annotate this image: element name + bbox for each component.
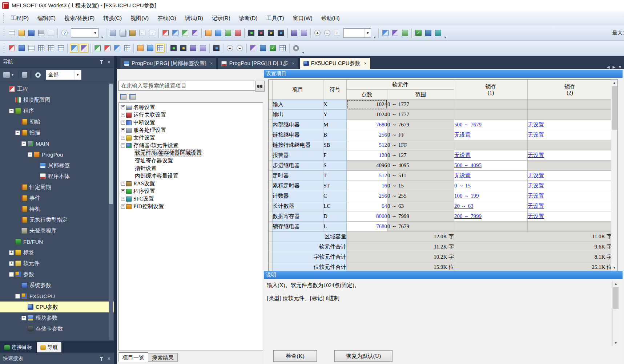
save-project-button-icon[interactable] <box>27 28 36 37</box>
tree-expand-icon[interactable]: − <box>28 152 32 157</box>
debug-start-button-icon[interactable] <box>189 44 198 53</box>
menu-item-1[interactable]: 编辑(E) <box>33 13 60 24</box>
description-scrollbar-thumb[interactable] <box>613 287 619 309</box>
latch2-cell[interactable]: 无设置 <box>528 171 612 181</box>
check-parameter-button-icon[interactable] <box>258 44 267 53</box>
watch-window-button-icon[interactable] <box>276 28 285 37</box>
menu-item-10[interactable]: 窗口(W) <box>289 13 317 24</box>
comment-display-button-icon[interactable] <box>391 28 400 37</box>
module-config-button-icon[interactable] <box>17 44 26 53</box>
device-points-cell[interactable]: 128 <box>347 150 387 161</box>
tab-list-icon[interactable]: ▼ <box>618 65 622 69</box>
device-points-cell[interactable]: 1024 <box>347 110 387 120</box>
setting-tree-item-6[interactable]: 软元件/标签存储器区域设置 <box>119 149 263 157</box>
nav-close-button[interactable]: × <box>106 59 111 65</box>
device-comment-button-icon[interactable] <box>161 28 170 37</box>
tab-close-icon[interactable]: × <box>364 61 367 66</box>
toolbar-overflow-icon[interactable]: ▾ <box>373 35 377 40</box>
menu-item-0[interactable]: 工程(P) <box>6 13 33 24</box>
device-points-cell[interactable]: 512 <box>347 140 387 150</box>
menu-item-5[interactable]: 在线(O) <box>153 13 181 24</box>
latch2-cell[interactable]: 无设置 <box>528 181 612 191</box>
setting-tree-item-7[interactable]: 变址寄存器设置 <box>119 157 263 165</box>
setting-tree-item-13[interactable]: +PID控制设置 <box>119 203 263 210</box>
setting-tree-item-10[interactable]: +RAS设置 <box>119 180 263 187</box>
setting-tree-item-5[interactable]: −存储器/软元件设置 <box>119 142 263 149</box>
plc-diagnostics-button-icon[interactable] <box>233 28 242 37</box>
latch1-cell[interactable]: 100 ～ 199 <box>454 191 528 201</box>
monitor-start-button-icon[interactable] <box>247 28 256 37</box>
nav-tree-item-恒定周期[interactable]: 恒定周期 <box>0 182 114 193</box>
write-to-plc-button-icon[interactable] <box>204 28 213 37</box>
tree-expand-icon[interactable]: + <box>121 136 125 140</box>
document-tab-0[interactable]: ProgPou [PRG] [局部标签设置]× <box>120 57 217 69</box>
menu-item-4[interactable]: 视图(V) <box>126 13 153 24</box>
watch-start-button-icon[interactable] <box>169 44 178 53</box>
nav-tree-item-MAIN[interactable]: −MAIN <box>0 138 114 149</box>
tree-expand-icon[interactable]: + <box>21 316 26 320</box>
nav-tree-item-软元件[interactable]: +软元件 <box>0 258 114 269</box>
panel-tab-connection[interactable]: 连接目标 <box>1 342 36 352</box>
cross-reference-button-icon[interactable] <box>400 28 410 37</box>
element-list-button-icon[interactable] <box>156 44 165 53</box>
find-replace-button-icon[interactable] <box>70 44 79 53</box>
statement-display-button-icon[interactable] <box>171 28 180 37</box>
latch1-cell[interactable]: 0 ～ 15 <box>454 181 528 191</box>
tree-expand-icon[interactable]: + <box>121 197 125 201</box>
zoom-combo[interactable]: ▼ <box>343 28 371 38</box>
tree-expand-icon[interactable]: + <box>121 189 125 193</box>
latch2-cell[interactable]: 无设置 <box>528 130 612 140</box>
device-search-button-icon[interactable]: + <box>225 44 234 53</box>
menu-item-3[interactable]: 转换(C) <box>99 13 126 24</box>
print-preview-button-icon[interactable] <box>47 28 56 37</box>
nav-tree-item-初始[interactable]: 初始 <box>0 116 114 127</box>
monitor-window-button-icon[interactable] <box>212 44 221 53</box>
tree-expand-icon[interactable]: + <box>121 113 125 117</box>
latch1-cell[interactable]: 500 ～ 7679 <box>454 120 528 130</box>
document-tab-2[interactable]: FX5UCPU CPU参数× <box>299 57 371 69</box>
online-write-button-icon[interactable] <box>136 44 145 53</box>
nav-tree-item-无执行类型指定[interactable]: 无执行类型指定 <box>0 214 114 225</box>
setting-tree-item-0[interactable]: +名称设置 <box>119 104 263 111</box>
setting-tree-item-9[interactable]: 内部缓冲容量设置 <box>119 172 263 180</box>
restore-default-button[interactable]: 恢复为默认(U) <box>334 350 392 362</box>
device-points-cell[interactable]: 64 <box>347 201 387 211</box>
open-project-button-icon[interactable] <box>17 28 26 37</box>
cut-button-icon[interactable] <box>108 28 117 37</box>
search-find-button[interactable] <box>255 81 265 92</box>
zoom-in-button-icon[interactable]: + <box>313 28 322 37</box>
device-batch-button-icon[interactable]: − <box>235 44 244 53</box>
tree-expand-icon[interactable]: − <box>15 130 20 135</box>
document-tab-1[interactable]: ProgPou [PRG] [LD] 1步× <box>217 57 298 69</box>
latch1-cell[interactable]: 200 ～ 7999 <box>454 211 528 222</box>
menu-item-11[interactable]: 帮助(H) <box>317 13 344 24</box>
nav-tree-item-CPU参数[interactable]: CPU参数 <box>0 302 114 312</box>
paste-button-icon[interactable] <box>128 28 137 37</box>
panel-tab-navigation[interactable]: 导航 <box>36 342 62 352</box>
nav-pin-button[interactable] <box>99 59 104 64</box>
scroll-up-icon[interactable]: ▲ <box>613 280 619 287</box>
quick-search-close-button[interactable]: × <box>106 356 111 361</box>
setting-tree-item-12[interactable]: +SFC设置 <box>119 195 263 203</box>
setting-tree-item-8[interactable]: 指针设置 <box>119 165 263 172</box>
chevron-down-icon[interactable]: ▼ <box>92 29 98 37</box>
tree-expand-icon[interactable]: + <box>121 128 125 132</box>
tree-expand-icon[interactable]: + <box>121 182 125 186</box>
latch1-cell[interactable]: 无设置 <box>454 171 528 181</box>
latch1-cell[interactable]: 无设置 <box>454 130 528 140</box>
nav-collapse-icon[interactable] <box>22 72 27 78</box>
nav-tree-item-待机[interactable]: 待机 <box>0 203 114 214</box>
menu-item-6[interactable]: 调试(B) <box>181 13 208 24</box>
watch-mode-button-icon[interactable] <box>179 44 188 53</box>
tree-expand-icon[interactable]: + <box>121 105 125 109</box>
tab-close-icon[interactable]: × <box>292 61 295 66</box>
latch2-cell[interactable]: 无设置 <box>528 150 612 161</box>
zoom-fit-button-icon[interactable]: □ <box>333 28 342 37</box>
program-check-button-icon[interactable]: ✓ <box>414 28 423 37</box>
settings-tree-expand-icon[interactable] <box>129 94 136 100</box>
rebuild-all-button-icon[interactable] <box>434 28 443 37</box>
latch2-cell[interactable]: 无设置 <box>528 120 612 130</box>
nav-tree-item-程序[interactable]: −程序 <box>0 105 114 116</box>
menu-item-8[interactable]: 诊断(D) <box>235 13 262 24</box>
nav-tree-item-事件[interactable]: 事件 <box>0 193 114 203</box>
